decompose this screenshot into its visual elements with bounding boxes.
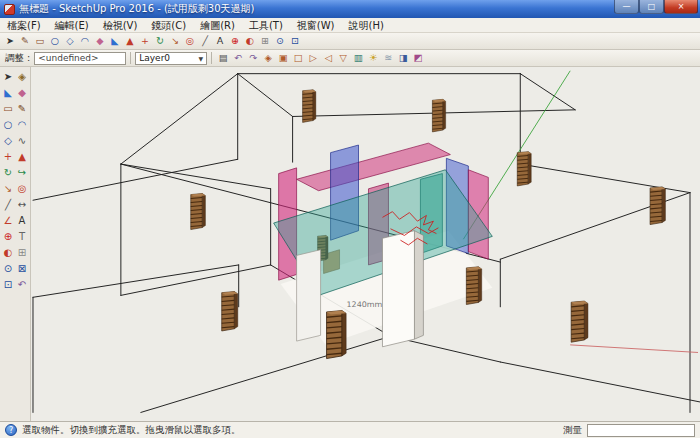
menu-item-view[interactable]: 檢視(V)	[96, 18, 145, 33]
select-icon[interactable]: ➤	[3, 34, 17, 48]
secondary-toolbar: 調整 : Layer0 ▼ ▤↶↷◈▣□▷◁▽▥☀≋◨◩	[0, 50, 700, 67]
previous-view-icon[interactable]: ↶	[15, 277, 29, 292]
paint-bucket-icon[interactable]: ◣	[1, 85, 15, 100]
menu-item-file[interactable]: 檔案(F)	[0, 18, 48, 33]
info-icon[interactable]: ?	[5, 424, 17, 436]
tape-measure-icon[interactable]: ╱	[198, 34, 212, 48]
measurements-label: 測量	[563, 424, 582, 437]
left-view-icon[interactable]: ▽	[336, 51, 350, 65]
menu-item-window[interactable]: 視窗(W)	[290, 18, 342, 33]
eraser-icon[interactable]: ◆	[15, 85, 29, 100]
speaker[interactable]	[303, 90, 316, 123]
rotate-icon[interactable]: ↻	[153, 34, 167, 48]
menu-item-camera[interactable]: 鏡頭(C)	[144, 18, 193, 33]
text-icon[interactable]: A	[15, 213, 29, 228]
speaker[interactable]	[466, 267, 481, 305]
speaker[interactable]	[327, 311, 347, 359]
speaker[interactable]	[650, 187, 665, 225]
sketchup-window: 無標題 - SketchUp Pro 2016 - (試用版剩30天過期) — …	[0, 0, 700, 438]
polygon-icon[interactable]: ◇	[63, 34, 77, 48]
line-icon[interactable]: ✎	[15, 101, 29, 116]
menu-item-tools[interactable]: 工具(T)	[242, 18, 290, 33]
circle-icon[interactable]: ○	[1, 117, 15, 132]
rotate-icon[interactable]: ↻	[1, 165, 15, 180]
arc-icon[interactable]: ◠	[15, 117, 29, 132]
right-view-icon[interactable]: ▷	[306, 51, 320, 65]
materials-icon[interactable]: ◩	[411, 51, 425, 65]
iso-view-icon[interactable]: ◈	[261, 51, 275, 65]
white-wall	[297, 250, 321, 341]
protractor-icon[interactable]: ∠	[1, 213, 15, 228]
speaker[interactable]	[191, 194, 206, 230]
push-pull-icon[interactable]: ▲	[123, 34, 137, 48]
measurements-input[interactable]	[587, 424, 695, 437]
menu-item-draw[interactable]: 繪圖(R)	[193, 18, 242, 33]
section-plane-icon[interactable]: ▥	[351, 51, 365, 65]
zoom-extents-icon[interactable]: ⊡	[1, 277, 15, 292]
back-view-icon[interactable]: ◁	[321, 51, 335, 65]
maximize-button[interactable]: □	[639, 0, 664, 14]
zoom-icon[interactable]: ⊙	[273, 34, 287, 48]
adjust-label: 調整 :	[5, 52, 30, 65]
freehand-icon[interactable]: ∿	[15, 133, 29, 148]
axes-icon[interactable]: ⊕	[228, 34, 242, 48]
select-icon[interactable]: ➤	[1, 69, 15, 84]
next-view-icon[interactable]: ↷	[246, 51, 260, 65]
title-bar[interactable]: 無標題 - SketchUp Pro 2016 - (試用版剩30天過期) — …	[0, 0, 700, 18]
axes-icon[interactable]: ⊕	[1, 229, 15, 244]
minimize-button[interactable]: —	[614, 0, 639, 14]
status-bar: ? 選取物件。切換到擴充選取。拖曳滑鼠以選取多項。 測量	[0, 421, 700, 438]
pan-icon[interactable]: ⊞	[258, 34, 272, 48]
line-icon[interactable]: ✎	[18, 34, 32, 48]
zoom-icon[interactable]: ⊙	[1, 261, 15, 276]
scale-icon[interactable]: ↘	[1, 181, 15, 196]
white-wall	[382, 231, 414, 347]
speaker[interactable]	[432, 99, 445, 132]
move-icon[interactable]: +	[138, 34, 152, 48]
layer-value: Layer0	[139, 53, 170, 63]
arc-icon[interactable]: ◠	[78, 34, 92, 48]
fog-icon[interactable]: ≋	[381, 51, 395, 65]
rectangle-icon[interactable]: ▭	[1, 101, 15, 116]
dimension-icon[interactable]: ↔	[15, 197, 29, 212]
styles-icon[interactable]: ◨	[396, 51, 410, 65]
tape-measure-icon[interactable]: ╱	[1, 197, 15, 212]
move-icon[interactable]: +	[1, 149, 15, 164]
main-toolbar: ➤✎▭○◇◠◆◣▲+↻↘◎╱A⊕◐⊞⊙⊡	[0, 33, 700, 50]
polygon-icon[interactable]: ◇	[1, 133, 15, 148]
close-button[interactable]: ×	[664, 0, 698, 14]
menu-item-help[interactable]: 說明(H)	[342, 18, 391, 33]
text-icon[interactable]: A	[213, 34, 227, 48]
make-component-icon[interactable]: ◈	[15, 69, 29, 84]
scale-icon[interactable]: ↘	[168, 34, 182, 48]
push-pull-icon[interactable]: ▲	[15, 149, 29, 164]
circle-icon[interactable]: ○	[48, 34, 62, 48]
speaker[interactable]	[517, 152, 531, 186]
pan-icon[interactable]: ⊞	[15, 245, 29, 260]
offset-icon[interactable]: ◎	[183, 34, 197, 48]
shadows-icon[interactable]: ☀	[366, 51, 380, 65]
menu-item-edit[interactable]: 編輯(E)	[48, 18, 96, 33]
speaker[interactable]	[571, 301, 588, 342]
layer-dropdown[interactable]: Layer0 ▼	[135, 52, 207, 65]
eraser-icon[interactable]: ◆	[93, 34, 107, 48]
top-view-icon[interactable]: ▣	[276, 51, 290, 65]
chevron-down-icon: ▼	[199, 55, 204, 62]
front-view-icon[interactable]: □	[291, 51, 305, 65]
3d-text-icon[interactable]: T	[15, 229, 29, 244]
orbit-icon[interactable]: ◐	[1, 245, 15, 260]
offset-icon[interactable]: ◎	[15, 181, 29, 196]
adjust-field[interactable]	[34, 52, 126, 65]
paint-bucket-icon[interactable]: ◣	[108, 34, 122, 48]
speaker[interactable]	[222, 292, 238, 331]
follow-me-icon[interactable]: ↪	[15, 165, 29, 180]
layers-manager-icon[interactable]: ▤	[216, 51, 230, 65]
status-hint: 選取物件。切換到擴充選取。拖曳滑鼠以選取多項。	[22, 424, 558, 437]
window-title: 無標題 - SketchUp Pro 2016 - (試用版剩30天過期)	[19, 2, 610, 16]
previous-view-icon[interactable]: ↶	[231, 51, 245, 65]
rectangle-icon[interactable]: ▭	[33, 34, 47, 48]
zoom-window-icon[interactable]: ⊠	[15, 261, 29, 276]
orbit-icon[interactable]: ◐	[243, 34, 257, 48]
3d-viewport[interactable]: 1240mm	[31, 67, 700, 421]
zoom-extents-icon[interactable]: ⊡	[288, 34, 302, 48]
